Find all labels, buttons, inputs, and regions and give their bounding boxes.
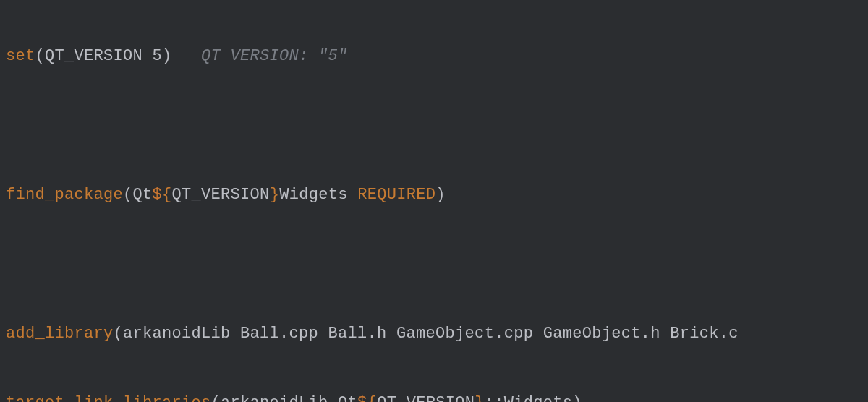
cmake-function: target_link_libraries xyxy=(6,394,211,402)
text: arkanoidLib Qt xyxy=(221,394,357,402)
inline-hint: QT_VERSION: "5" xyxy=(201,47,348,65)
paren-open: ( xyxy=(35,47,46,65)
paren-close: ) xyxy=(162,47,172,65)
text: Qt xyxy=(133,186,153,204)
brace-open: { xyxy=(162,186,172,204)
paren-open: ( xyxy=(114,325,124,343)
brace-close: } xyxy=(475,394,485,402)
cmake-args: arkanoidLib Ball.cpp Ball.h GameObject.c… xyxy=(123,325,739,343)
code-line[interactable]: add_library(arkanoidLib Ball.cpp Ball.h … xyxy=(6,317,868,351)
paren-open: ( xyxy=(123,186,133,204)
text: Widgets xyxy=(279,186,357,204)
variable-ref: QT_VERSION xyxy=(377,394,475,402)
brace-open: { xyxy=(367,394,378,402)
cmake-args: QT_VERSION 5 xyxy=(45,47,162,65)
text: ::Widgets xyxy=(485,394,573,402)
gap xyxy=(172,47,202,65)
variable-ref: QT_VERSION xyxy=(172,186,270,204)
keyword: REQUIRED xyxy=(357,186,435,204)
paren-open: ( xyxy=(211,394,221,402)
code-line[interactable]: set(QT_VERSION 5) QT_VERSION: "5" xyxy=(6,39,868,74)
paren-close: ) xyxy=(435,186,446,204)
cmake-function: add_library xyxy=(6,325,114,343)
code-line-blank[interactable] xyxy=(6,247,868,282)
cmake-function: set xyxy=(6,47,35,65)
dollar: $ xyxy=(153,186,163,204)
brace-close: } xyxy=(270,186,280,204)
dollar: $ xyxy=(357,394,367,402)
cmake-function: find_package xyxy=(6,186,123,204)
code-editor[interactable]: set(QT_VERSION 5) QT_VERSION: "5" find_p… xyxy=(0,0,868,402)
code-line[interactable]: find_package(Qt${QT_VERSION}Widgets REQU… xyxy=(6,178,868,213)
code-line-blank[interactable] xyxy=(6,108,868,143)
paren-close: ) xyxy=(572,394,582,402)
code-line[interactable]: target_link_libraries(arkanoidLib Qt${QT… xyxy=(6,386,868,402)
